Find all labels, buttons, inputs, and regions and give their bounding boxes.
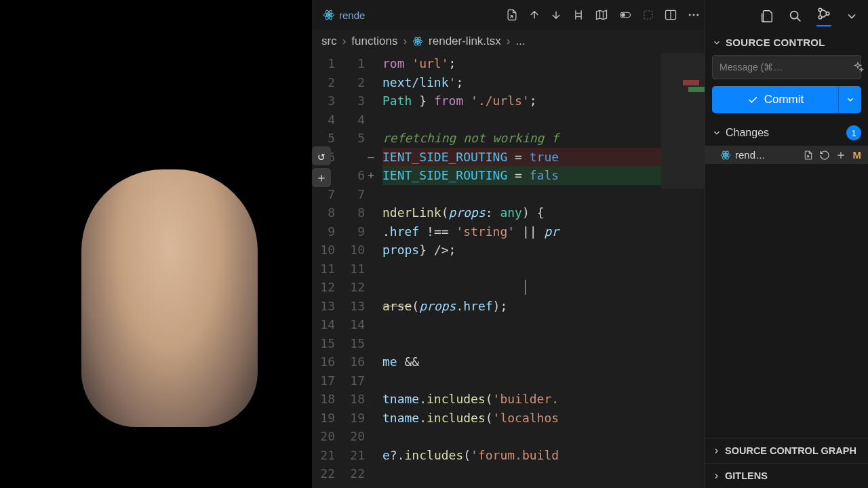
code-line[interactable] xyxy=(382,185,705,204)
commit-message-input[interactable] xyxy=(713,62,845,73)
code-line[interactable]: nderLink(props: any) { xyxy=(382,203,705,222)
svg-point-11 xyxy=(417,41,419,43)
svg-point-0 xyxy=(328,14,330,16)
chevron-down-icon xyxy=(712,38,722,47)
more-icon[interactable] xyxy=(687,8,701,22)
code-line[interactable] xyxy=(382,371,705,390)
minimap[interactable] xyxy=(661,53,705,488)
line-numbers-original: 12345678910111213141516171819202122 xyxy=(312,53,342,488)
react-icon xyxy=(720,150,731,161)
arrow-up-icon[interactable] xyxy=(528,9,540,21)
scm-section-header[interactable]: SOURCE CONTROL xyxy=(705,31,868,55)
commit-dropdown[interactable] xyxy=(838,86,861,113)
diff-editor[interactable]: ↺ ＋ 12345678910111213141516171819202122 … xyxy=(312,53,705,488)
editor-tab-active[interactable]: rende xyxy=(316,5,372,25)
code-line[interactable]: props} />; xyxy=(382,241,705,260)
code-line[interactable] xyxy=(382,278,705,297)
chevron-right-icon xyxy=(712,472,721,481)
code-line[interactable] xyxy=(382,427,705,446)
check-icon xyxy=(747,94,759,106)
minimap-removed-marker xyxy=(683,80,699,85)
arrow-down-icon[interactable] xyxy=(550,9,562,21)
activity-bar xyxy=(705,1,868,31)
breadcrumb-more[interactable]: ... xyxy=(516,35,526,48)
svg-rect-6 xyxy=(644,11,652,19)
breadcrumb-part[interactable]: src xyxy=(321,35,337,48)
code-content[interactable]: rom 'url';next/link';Path } from './urls… xyxy=(372,53,705,488)
changes-header[interactable]: Changes 1 xyxy=(705,120,868,146)
scm-graph-label: SOURCE CONTROL GRAPH xyxy=(725,445,856,456)
revert-change-button[interactable]: ↺ xyxy=(312,146,331,165)
gitlens-section[interactable]: GITLENS xyxy=(705,463,868,488)
commit-button-group: Commit xyxy=(712,86,861,113)
code-line[interactable]: arse(props.href); xyxy=(382,297,705,316)
commit-message-box[interactable] xyxy=(712,55,861,79)
code-line[interactable]: .href !== 'string' || pr xyxy=(382,222,705,241)
changed-file-name: rend… xyxy=(735,149,799,161)
code-line[interactable]: refetching not working f xyxy=(382,129,705,148)
code-line[interactable] xyxy=(382,464,705,483)
code-line[interactable]: e?.includes('forum.build xyxy=(382,446,705,465)
source-control-icon[interactable] xyxy=(816,6,831,26)
svg-point-16 xyxy=(818,8,822,12)
breadcrumb[interactable]: src › functions › render-link.tsx › ... xyxy=(312,30,705,53)
stage-change-button[interactable]: ＋ xyxy=(312,168,331,187)
editor-tab-bar: rende xyxy=(312,0,705,30)
react-icon xyxy=(412,36,423,47)
chevron-down-icon[interactable] xyxy=(845,9,859,23)
stage-icon[interactable] xyxy=(835,150,846,161)
code-line[interactable]: me && xyxy=(382,352,705,371)
scm-graph-section[interactable]: SOURCE CONTROL GRAPH xyxy=(705,438,868,463)
gitlens-label: GITLENS xyxy=(725,470,768,481)
svg-point-19 xyxy=(725,154,727,156)
react-icon xyxy=(323,9,335,21)
file-status-badge: M xyxy=(853,149,862,161)
changed-file-row[interactable]: rend… M xyxy=(705,146,868,164)
code-line[interactable]: Path } from './urls'; xyxy=(382,92,705,110)
dashed-box-icon[interactable] xyxy=(642,9,654,21)
line-numbers-modified: 12345—6+78910111213141516171819202122 xyxy=(342,53,372,488)
toggle-icon[interactable] xyxy=(618,9,633,21)
split-icon[interactable] xyxy=(664,8,677,22)
code-line[interactable]: rom 'url'; xyxy=(382,54,705,73)
source-control-panel: SOURCE CONTROL Commit Changes 1 rend… xyxy=(705,0,868,488)
webcam-overlay xyxy=(0,0,312,488)
code-line[interactable] xyxy=(382,260,705,279)
changes-label: Changes xyxy=(726,127,769,139)
whitespace-icon[interactable] xyxy=(572,8,585,22)
scm-bottom-sections: SOURCE CONTROL GRAPH GITLENS xyxy=(705,438,868,488)
diff-gutter-buttons: ↺ ＋ xyxy=(312,146,334,187)
code-line[interactable]: tname.includes('builder. xyxy=(382,390,705,409)
breadcrumb-part[interactable]: render-link.tsx xyxy=(429,35,501,48)
code-line[interactable]: next/link'; xyxy=(382,73,705,92)
map-icon[interactable] xyxy=(595,8,608,22)
chevron-right-icon: › xyxy=(403,35,407,48)
presenter-face-placeholder xyxy=(81,169,258,427)
search-icon[interactable] xyxy=(788,9,803,24)
minimap-viewport[interactable] xyxy=(661,53,705,188)
svg-point-9 xyxy=(693,14,695,16)
svg-point-18 xyxy=(826,12,829,16)
code-line[interactable] xyxy=(382,315,705,334)
code-line[interactable]: tname.includes('localhos xyxy=(382,409,705,428)
open-file-icon[interactable] xyxy=(803,150,814,161)
code-line[interactable]: IENT_SIDE_ROUTING = true xyxy=(382,148,705,167)
vscode-window: rende src › functions › render-lin xyxy=(312,0,868,488)
goto-file-icon[interactable] xyxy=(505,8,519,22)
changes-count-badge: 1 xyxy=(846,125,861,140)
code-line[interactable]: IENT_SIDE_ROUTING = fals xyxy=(382,166,705,185)
chevron-right-icon xyxy=(712,447,721,455)
editor-pane: rende src › functions › render-lin xyxy=(312,0,705,488)
scm-title: SOURCE CONTROL xyxy=(726,37,825,48)
editor-toolbar xyxy=(505,8,701,22)
discard-icon[interactable] xyxy=(819,150,830,161)
chevron-right-icon: › xyxy=(342,35,347,48)
breadcrumb-part[interactable]: functions xyxy=(351,35,397,48)
commit-button[interactable]: Commit xyxy=(712,86,838,113)
minimap-added-marker xyxy=(688,87,705,92)
chevron-right-icon: › xyxy=(507,35,511,48)
code-line[interactable] xyxy=(382,334,705,353)
sparkle-icon[interactable] xyxy=(845,61,868,73)
files-icon[interactable] xyxy=(760,9,774,24)
code-line[interactable] xyxy=(382,110,705,129)
